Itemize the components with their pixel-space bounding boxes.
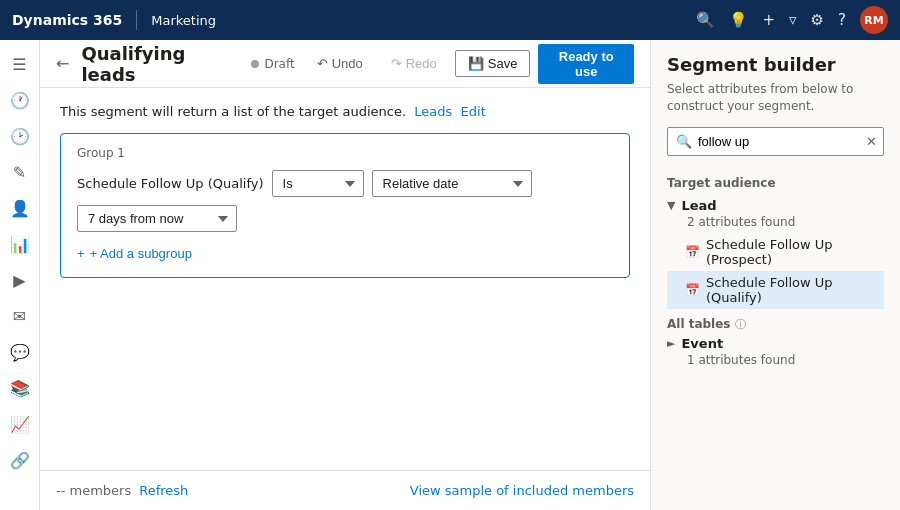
draft-dot <box>251 60 259 68</box>
event-entity-count: 1 attributes found <box>669 353 884 367</box>
refresh-link[interactable]: Refresh <box>139 483 188 498</box>
sidebar-message-icon[interactable]: 💬 <box>4 336 36 368</box>
app-body: ☰ 🕐 🕑 ✎ 👤 📊 ▶ ✉ 💬 📚 📈 🔗 ← Qualifying lea… <box>0 40 900 510</box>
segment-area: This segment will return a list of the t… <box>40 88 650 470</box>
page-title: Qualifying leads <box>81 43 239 85</box>
entity-link[interactable]: Leads <box>414 104 452 119</box>
operator-select[interactable]: Is Is not Contains <box>272 170 364 197</box>
edit-link[interactable]: Edit <box>461 104 486 119</box>
search-icon[interactable]: 🔍 <box>696 11 715 29</box>
panel-subtitle: Select attributes from below to construc… <box>667 81 884 115</box>
sidebar: ☰ 🕐 🕑 ✎ 👤 📊 ▶ ✉ 💬 📚 📈 🔗 <box>0 40 40 510</box>
save-button[interactable]: 💾 Save <box>455 50 531 77</box>
undo-icon: ↶ <box>317 56 328 71</box>
redo-button[interactable]: ↷ Redo <box>381 51 447 76</box>
all-tables-label: All tables <box>667 317 731 331</box>
sidebar-home-icon[interactable]: 🕐 <box>4 84 36 116</box>
search-input[interactable] <box>698 128 866 155</box>
event-entity-header[interactable]: ► Event <box>667 334 884 353</box>
attr-schedule-prospect[interactable]: 📅 Schedule Follow Up (Prospect) <box>667 233 884 271</box>
settings-icon[interactable]: ⚙ <box>811 11 824 29</box>
attr-name-qualify: Schedule Follow Up (Qualify) <box>706 275 884 305</box>
top-navigation: Dynamics 365 Marketing 🔍 💡 + ▿ ⚙ ? RM <box>0 0 900 40</box>
target-audience-label: Target audience <box>667 176 884 190</box>
add-icon[interactable]: + <box>762 11 775 29</box>
sidebar-analytics-icon[interactable]: 📈 <box>4 408 36 440</box>
event-entity-name: Event <box>681 336 723 351</box>
lead-entity-header[interactable]: ▼ Lead <box>667 196 884 215</box>
panel-body: Target audience ▼ Lead 2 attributes foun… <box>651 172 900 510</box>
all-tables-row: All tables ⓘ <box>667 317 884 332</box>
header-actions: ↶ Undo ↷ Redo 💾 Save Ready to use <box>307 44 634 84</box>
app-name: Dynamics 365 <box>12 12 122 28</box>
topnav-icons: 🔍 💡 + ▿ ⚙ ? RM <box>696 6 888 34</box>
draft-label: Draft <box>264 57 294 71</box>
user-avatar[interactable]: RM <box>860 6 888 34</box>
group-box: Group 1 Schedule Follow Up (Qualify) Is … <box>60 133 630 278</box>
back-button[interactable]: ← <box>56 54 69 73</box>
event-entity-group: ► Event 1 attributes found <box>667 334 884 367</box>
ready-button[interactable]: Ready to use <box>538 44 634 84</box>
lead-entity-count: 2 attributes found <box>669 215 884 229</box>
redo-icon: ↷ <box>391 56 402 71</box>
undo-button[interactable]: ↶ Undo <box>307 51 373 76</box>
date-type-select[interactable]: Relative date Exact date <box>372 170 532 197</box>
main-content: ← Qualifying leads Draft ↶ Undo ↷ Redo 💾… <box>40 40 650 510</box>
save-icon: 💾 <box>468 56 484 71</box>
sidebar-pin-icon[interactable]: ✎ <box>4 156 36 188</box>
sidebar-recent-icon[interactable]: 🕑 <box>4 120 36 152</box>
value-select[interactable]: 7 days from now 14 days from now 30 days… <box>77 205 237 232</box>
right-panel: Segment builder Select attributes from b… <box>650 40 900 510</box>
info-icon[interactable]: ⓘ <box>735 317 746 332</box>
attr-name-prospect: Schedule Follow Up (Prospect) <box>706 237 884 267</box>
attr-schedule-qualify[interactable]: 📅 Schedule Follow Up (Qualify) <box>667 271 884 309</box>
app-module: Marketing <box>151 13 216 28</box>
search-icon: 🔍 <box>676 134 692 149</box>
panel-title: Segment builder <box>667 54 884 75</box>
subheader: ← Qualifying leads Draft ↶ Undo ↷ Redo 💾… <box>40 40 650 88</box>
search-clear-icon[interactable]: ✕ <box>866 134 877 149</box>
sidebar-email-icon[interactable]: ✉ <box>4 300 36 332</box>
sidebar-integrations-icon[interactable]: 🔗 <box>4 444 36 476</box>
sidebar-menu-icon[interactable]: ☰ <box>4 48 36 80</box>
lead-entity-group: ▼ Lead 2 attributes found 📅 Schedule Fol… <box>667 196 884 309</box>
lead-chevron-icon: ▼ <box>667 199 675 212</box>
attr-icon-qualify: 📅 <box>685 283 700 297</box>
attr-icon: 📅 <box>685 245 700 259</box>
sidebar-contacts-icon[interactable]: 👤 <box>4 192 36 224</box>
sidebar-segment-icon[interactable]: 📊 <box>4 228 36 260</box>
condition-row: Schedule Follow Up (Qualify) Is Is not C… <box>77 170 613 232</box>
filter-icon[interactable]: ▿ <box>789 11 797 29</box>
search-box[interactable]: 🔍 ✕ <box>667 127 884 156</box>
help-icon[interactable]: ? <box>838 11 846 29</box>
lightbulb-icon[interactable]: 💡 <box>729 11 748 29</box>
draft-badge: Draft <box>251 57 294 71</box>
segment-info: This segment will return a list of the t… <box>60 104 630 119</box>
sample-link[interactable]: View sample of included members <box>410 483 634 498</box>
bottom-bar: -- members Refresh View sample of includ… <box>40 470 650 510</box>
sidebar-library-icon[interactable]: 📚 <box>4 372 36 404</box>
nav-divider <box>136 10 137 30</box>
lead-entity-name: Lead <box>681 198 716 213</box>
sidebar-journey-icon[interactable]: ▶ <box>4 264 36 296</box>
panel-header: Segment builder Select attributes from b… <box>651 40 900 172</box>
event-chevron-icon: ► <box>667 337 675 350</box>
add-icon: + <box>77 246 85 261</box>
add-subgroup-button[interactable]: + + Add a subgroup <box>77 246 192 261</box>
members-count: -- members <box>56 483 131 498</box>
group-label: Group 1 <box>77 146 613 160</box>
condition-attribute: Schedule Follow Up (Qualify) <box>77 176 264 191</box>
